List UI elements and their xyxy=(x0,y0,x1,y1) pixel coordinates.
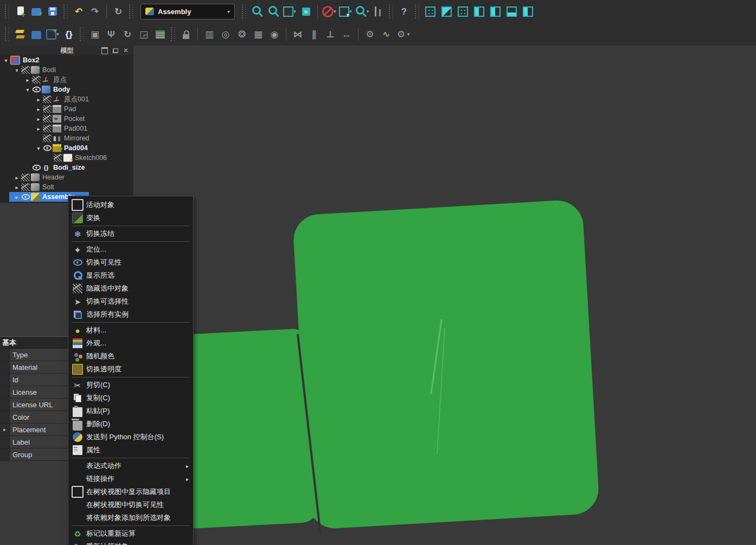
toolbar-drag-handle[interactable] xyxy=(63,4,68,18)
menu-item-add-dependent-objects[interactable]: 将依赖对象添加到所选对象 xyxy=(68,511,193,524)
gear-solver-button[interactable]: ⚙ xyxy=(362,24,378,44)
box-zoom-select-button[interactable] xyxy=(298,2,314,21)
chevron-down-icon[interactable]: ▾ xyxy=(334,9,336,14)
simulation-gears-button[interactable]: ⚙▾ xyxy=(394,24,411,44)
replace-part-button[interactable]: ↻ xyxy=(119,24,136,44)
new-group-button[interactable] xyxy=(28,24,44,44)
tree-item-pad004[interactable]: ▾Pad004 xyxy=(0,143,133,153)
lock-fasten-button[interactable] xyxy=(178,24,194,44)
menu-item-select-all-instances[interactable]: 选择所有实例 xyxy=(68,308,193,321)
spring-button[interactable]: ∿ xyxy=(378,24,394,44)
menu-item-delete[interactable]: 删除(D) xyxy=(68,418,193,431)
whats-this-button[interactable]: ? xyxy=(396,2,412,21)
menu-item-toggle-visibility[interactable]: 切换可见性 xyxy=(68,256,193,269)
expander-closed-icon[interactable]: ▸ xyxy=(13,194,21,200)
menu-item-toggle-transparency[interactable]: 切换透明度 xyxy=(68,363,193,376)
menu-item-appearance[interactable]: 外观... xyxy=(68,337,193,350)
bom-table-button[interactable] xyxy=(152,24,168,44)
tree-item-pad001[interactable]: ▸Pad001 xyxy=(0,124,133,133)
menu-item-show-selection[interactable]: 显示所选 xyxy=(68,269,193,282)
chevron-down-icon[interactable]: ▾ xyxy=(293,9,296,14)
viewport-3d[interactable] xyxy=(133,46,756,545)
toolbar-drag-handle[interactable] xyxy=(80,27,84,41)
explode-assembly-button[interactable]: Ψ xyxy=(103,24,119,44)
menu-item-send-to-python-console[interactable]: 发送到 Python 控制台(S) xyxy=(68,431,193,444)
tree-item-原点001[interactable]: ▸原点001 xyxy=(0,94,133,104)
expander-closed-icon[interactable]: ▸ xyxy=(35,116,42,122)
view-left-button[interactable] xyxy=(520,2,536,21)
chevron-down-icon[interactable]: ▾ xyxy=(367,9,369,14)
expressions-button[interactable]: {} xyxy=(61,24,77,44)
menu-item-properties[interactable]: 属性 xyxy=(68,444,193,457)
redo-button[interactable]: ↷ xyxy=(87,2,103,21)
menu-item-active-object[interactable]: 活动对象 xyxy=(68,198,193,211)
view-rear-button[interactable] xyxy=(487,2,503,21)
constraint-coincident-button[interactable]: ⋈ xyxy=(290,24,306,44)
maximize-icon[interactable] xyxy=(101,47,108,54)
toolbar-drag-handle[interactable] xyxy=(129,4,133,18)
zoom-selection-button[interactable] xyxy=(265,2,281,21)
menu-item-show-hidden-tree-items[interactable]: 在树状视图中显示隐藏项目 xyxy=(68,485,193,498)
workbench-selector[interactable]: Assembly▾ xyxy=(140,4,235,20)
tree-item-box2[interactable]: ▾Box2 xyxy=(0,55,133,65)
view-bottom-button[interactable] xyxy=(503,2,520,21)
insert-block-button[interactable]: ▦ xyxy=(250,24,266,44)
toolbar-drag-handle[interactable] xyxy=(5,4,9,18)
navigation-cube-button[interactable]: ▾ xyxy=(337,2,354,21)
toolbar-drag-handle[interactable] xyxy=(415,4,419,18)
insert-disc-button[interactable]: ◎ xyxy=(217,24,234,44)
menu-item-mark-recompute[interactable]: ♻标记以重新运算 xyxy=(68,527,193,540)
close-icon[interactable]: ✕ xyxy=(123,48,129,53)
expander-closed-icon[interactable]: ▸ xyxy=(13,184,21,190)
axonometric-view-button[interactable]: ▾ xyxy=(281,2,298,21)
expander-open-icon[interactable]: ▾ xyxy=(13,67,21,73)
tree-item-bodi[interactable]: ▾Bodi xyxy=(0,65,133,75)
expander-closed-icon[interactable]: ▸ xyxy=(35,126,42,132)
toolbar-drag-handle[interactable] xyxy=(171,27,175,41)
tree-item-header[interactable]: ▸Header xyxy=(0,172,133,182)
tree-item-pad[interactable]: ▸Pad xyxy=(0,104,133,114)
expander-closed-icon[interactable]: ▸ xyxy=(24,77,31,83)
save-button[interactable] xyxy=(44,2,61,21)
tree-item-solt[interactable]: ▸Solt xyxy=(0,182,133,192)
zoom-fit-all-button[interactable] xyxy=(249,2,265,21)
expander-closed-icon[interactable]: ▸ xyxy=(0,424,10,435)
menu-item-toggle-visibility-tree[interactable]: 在树状视图中切换可见性 xyxy=(68,498,193,511)
open-document-button[interactable] xyxy=(28,2,44,21)
refresh-button[interactable]: ↻ xyxy=(110,2,126,21)
menu-item-recompute-object[interactable]: ↻重新计算对象 xyxy=(68,540,193,545)
new-document-button[interactable] xyxy=(12,2,28,21)
insert-bearing-button[interactable]: ❂ xyxy=(234,24,250,44)
insert-bushing-button[interactable]: ▥ xyxy=(201,24,217,44)
expander-open-icon[interactable]: ▾ xyxy=(2,57,10,63)
expander-closed-icon[interactable]: ▸ xyxy=(13,175,21,181)
tree-item-sketch006[interactable]: Sketch006 xyxy=(0,153,133,163)
constraint-distance-button[interactable]: ↔ xyxy=(338,24,355,44)
toolbar-drag-handle[interactable] xyxy=(242,4,246,18)
tree-item-原点[interactable]: ▸原点 xyxy=(0,75,133,85)
constraint-perpendicular-button[interactable]: ⊥ xyxy=(322,24,338,44)
view-axonometric-button[interactable] xyxy=(422,2,438,21)
expander-open-icon[interactable]: ▾ xyxy=(35,145,42,151)
view-top-button[interactable] xyxy=(454,2,471,21)
menu-item-toggle-freeze[interactable]: ❄切换冻结 xyxy=(68,227,193,240)
menu-item-toggle-selectability[interactable]: ➤切换可选择性 xyxy=(68,295,193,308)
menu-item-hide-selected[interactable]: 隐藏选中对象 xyxy=(68,282,193,295)
tree-item-bodi-size[interactable]: {}Bodi_size xyxy=(0,163,133,172)
constraint-parallel-button[interactable]: ∥ xyxy=(306,24,322,44)
menu-item-cut[interactable]: ✂剪切(C) xyxy=(68,379,193,392)
view-front-button[interactable] xyxy=(438,2,454,21)
float-panel-icon[interactable] xyxy=(113,48,118,53)
menu-item-random-color[interactable]: 随机颜色 xyxy=(68,350,193,363)
measure-button[interactable] xyxy=(370,2,386,21)
insert-part-button[interactable]: ◲ xyxy=(136,24,152,44)
menu-item-expression-actions[interactable]: 表达式动作▸ xyxy=(68,459,193,472)
menu-item-transform[interactable]: 变换 xyxy=(68,211,193,225)
new-assembly-button[interactable] xyxy=(12,24,28,44)
tree-item-pocket[interactable]: ▸Pocket xyxy=(0,114,133,124)
menu-item-material[interactable]: ●材料... xyxy=(68,324,193,337)
view-right-button[interactable] xyxy=(471,2,487,21)
clipping-plane-button[interactable]: ▾ xyxy=(321,2,337,21)
menu-item-link-actions[interactable]: 链接操作▸ xyxy=(68,472,193,485)
toolbar-drag-handle[interactable] xyxy=(389,4,393,18)
